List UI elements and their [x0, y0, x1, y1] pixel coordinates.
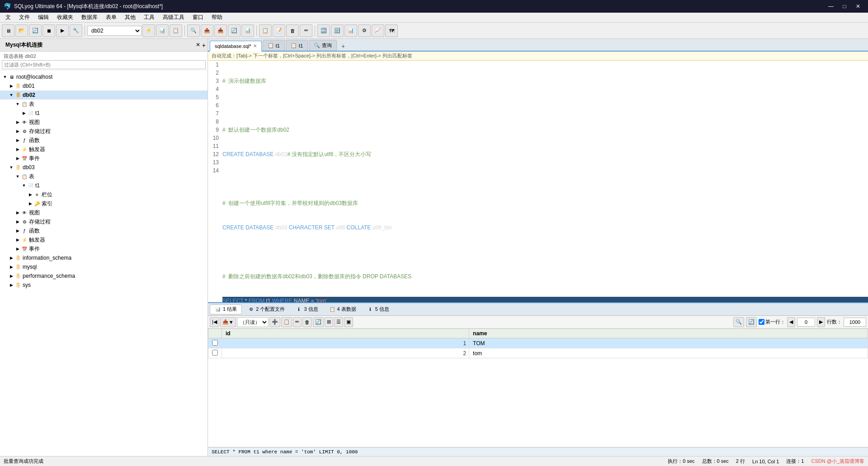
menu-tools[interactable]: 工具	[140, 13, 158, 22]
limit-checkbox[interactable]	[759, 319, 764, 325]
tree-item-db03-t1-indexes[interactable]: ▶ 🔑 索引	[0, 199, 208, 208]
maximize-button[interactable]: □	[838, 0, 851, 13]
tree-item-db02-procs[interactable]: ▶ ⚙ 存储过程	[0, 127, 208, 136]
db-connect-button[interactable]: ⚡	[142, 24, 155, 37]
tree-item-db03-triggers[interactable]: ▶ ⚡ 触发器	[0, 235, 208, 244]
result-btn-grid1[interactable]: ⊞	[325, 317, 333, 327]
tab-query[interactable]: 🔍 查询	[309, 40, 337, 51]
expand-db02-views-icon[interactable]: ▶	[14, 119, 21, 125]
menu-window[interactable]: 窗口	[189, 13, 207, 22]
menu-file[interactable]: 文	[2, 13, 14, 22]
tree-item-root[interactable]: ▼ 🖥 root@localhost	[0, 72, 208, 81]
tree-item-db03-events2[interactable]: ▶ 📅 事件	[0, 244, 208, 253]
expand-db02-tables-icon[interactable]: ▼	[14, 101, 21, 107]
connection-tab-label[interactable]: Mysql本机连接	[2, 41, 46, 49]
expand-db03-t1-indexes-icon[interactable]: ▶	[27, 200, 33, 207]
prev-page-btn[interactable]: ◀	[787, 317, 795, 327]
add-tab-button[interactable]: +	[339, 42, 348, 51]
tree-item-db02-t1[interactable]: ▶ 📄 t1	[0, 109, 208, 118]
format-btn4[interactable]: ⚙	[358, 24, 371, 37]
row1-name[interactable]: TOM	[469, 338, 868, 348]
format-btn6[interactable]: 🗺	[385, 24, 398, 37]
result-btn-delete[interactable]: 🗑	[302, 317, 312, 327]
expand-root-icon[interactable]: ▼	[2, 74, 8, 80]
menu-database[interactable]: 数据库	[78, 13, 101, 22]
expand-db03-icon[interactable]: ▼	[8, 164, 14, 171]
result-btn-export[interactable]: 📤 ▼	[220, 317, 236, 327]
row1-check[interactable]	[208, 338, 222, 348]
row1-checkbox[interactable]	[212, 340, 218, 346]
tree-item-db03-tables[interactable]: ▼ 📋 表	[0, 172, 208, 181]
action-btn1[interactable]: 🔍	[187, 24, 200, 37]
db-action2[interactable]: 📋	[170, 24, 182, 37]
table-btn3[interactable]: 🗑	[286, 24, 299, 37]
menu-table[interactable]: 表单	[102, 13, 120, 22]
tree-item-db03-t1-cols[interactable]: ▶ ≡ 栏位	[0, 190, 208, 199]
tree-item-mysql[interactable]: ▶ 🗄 mysql	[0, 262, 208, 271]
format-btn2[interactable]: 🔡	[331, 24, 344, 37]
expand-db03-tables-icon[interactable]: ▼	[14, 173, 21, 180]
tree-item-db02-funcs[interactable]: ▶ ƒ 函数	[0, 136, 208, 145]
result-btn-grid3[interactable]: ▣	[344, 317, 353, 327]
result-tab-1[interactable]: 📊 1 结果	[210, 304, 242, 314]
action-btn5[interactable]: 📊	[241, 24, 254, 37]
result-btn-grid2[interactable]: ☰	[334, 317, 343, 327]
row2-id[interactable]: 2	[222, 348, 469, 358]
result-filter-btn[interactable]: 🔍	[733, 317, 744, 327]
menu-favorites[interactable]: 收藏夹	[53, 13, 77, 22]
table-btn1[interactable]: 📋	[259, 24, 272, 37]
expand-db03-triggers-icon[interactable]: ▶	[14, 237, 21, 243]
expand-db02-procs-icon[interactable]: ▶	[14, 128, 21, 134]
tab-sqldatabase-close[interactable]: ✕	[253, 43, 257, 48]
tab-sqldatabase[interactable]: sqldatabase.sql* ✕	[210, 41, 262, 52]
expand-db02-funcs-icon[interactable]: ▶	[14, 137, 21, 143]
tab-t1a[interactable]: 📋 t1	[263, 40, 285, 51]
result-tab-4[interactable]: 📋 4 表数据	[324, 304, 361, 314]
expand-info-schema-icon[interactable]: ▶	[8, 255, 14, 261]
expand-db03-events2-icon[interactable]: ▶	[14, 246, 21, 252]
expand-db03-procs-icon[interactable]: ▶	[14, 219, 21, 225]
database-selector[interactable]: db02	[87, 26, 142, 36]
menu-edit[interactable]: 编辑	[34, 13, 52, 22]
tree-item-perf-schema[interactable]: ▶ 🗄 performance_schema	[0, 271, 208, 281]
db-action1[interactable]: 📊	[156, 24, 169, 37]
menu-advanced[interactable]: 高级工具	[159, 13, 188, 22]
expand-db03-t1-icon[interactable]: ▼	[21, 182, 27, 189]
expand-perf-schema-icon[interactable]: ▶	[8, 273, 14, 279]
format-btn3[interactable]: 📊	[344, 24, 357, 37]
row2-check[interactable]	[208, 348, 222, 358]
expand-sys-icon[interactable]: ▶	[8, 282, 14, 288]
action-btn2[interactable]: 📤	[201, 24, 213, 37]
format-btn5[interactable]: 📈	[372, 24, 384, 37]
tree-item-db03[interactable]: ▼ 🗄 db03	[0, 163, 208, 172]
minimize-button[interactable]: —	[825, 0, 837, 13]
menu-file2[interactable]: 文件	[15, 13, 33, 22]
tree-item-sys[interactable]: ▶ 🗄 sys	[0, 281, 208, 290]
expand-db03-funcs-icon[interactable]: ▶	[14, 228, 21, 234]
tree-item-db01[interactable]: ▶ 🗄 db01	[0, 81, 208, 90]
code-editor[interactable]: # 演示创建数据库 # 默认创建一个数据库db02 CREATE DATABAS…	[222, 61, 868, 302]
execute-button[interactable]: ▶	[56, 24, 69, 37]
row1-id[interactable]: 1	[222, 338, 469, 348]
tree-item-db03-funcs[interactable]: ▶ ƒ 函数	[0, 226, 208, 235]
tree-item-db03-t1[interactable]: ▼ 📄 t1	[0, 181, 208, 190]
editor-scroll[interactable]: 1 2 3 4 5 6 7 8 9 10 11 12 13 14 # 演示创建数…	[208, 61, 868, 302]
tree-item-db02-events[interactable]: ▶ 📅 事件	[0, 154, 208, 163]
expand-mysql-icon[interactable]: ▶	[8, 264, 14, 270]
action-btn4[interactable]: 🔄	[228, 24, 241, 37]
expand-db02-events-icon[interactable]: ▶	[14, 155, 21, 162]
row-count-input[interactable]	[844, 318, 866, 327]
menu-other[interactable]: 其他	[121, 13, 139, 22]
menu-help[interactable]: 帮助	[208, 13, 226, 22]
tree-item-db02-views[interactable]: ▶ 👁 视图	[0, 118, 208, 127]
refresh-button[interactable]: 🔄	[29, 24, 42, 37]
settings-button[interactable]: 🔧	[70, 24, 82, 37]
new-connection-button[interactable]: 🖥	[2, 24, 14, 37]
expand-db03-t1-cols-icon[interactable]: ▶	[27, 191, 33, 198]
readonly-selector[interactable]: （只读）	[237, 317, 269, 327]
row2-name[interactable]: tom	[469, 348, 868, 358]
first-row-input[interactable]	[797, 318, 815, 327]
row2-checkbox[interactable]	[212, 350, 218, 356]
result-tab-2[interactable]: ⚙ 2 个配置文件	[243, 304, 290, 314]
tree-item-db02-tables[interactable]: ▼ 📋 表	[0, 100, 208, 109]
